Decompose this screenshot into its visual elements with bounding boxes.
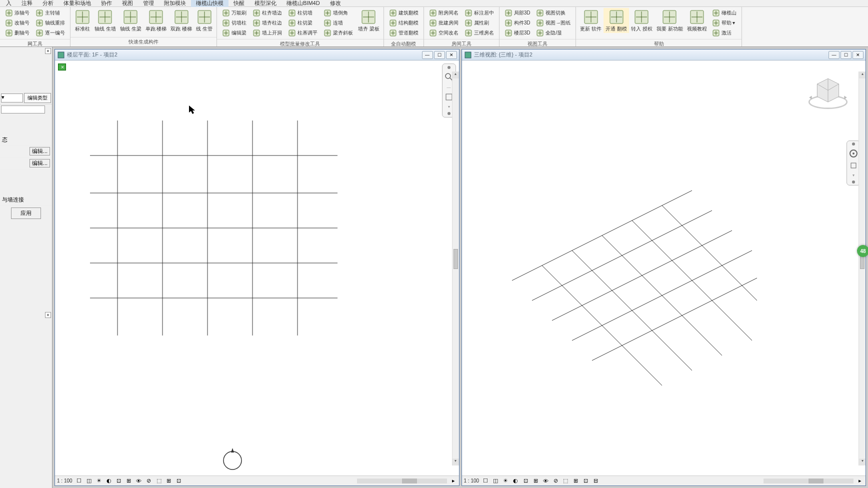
update-button[interactable]: 更新 软件 [578,8,604,33]
mod-axis-button[interactable]: 改轴号 [4,18,31,28]
col-align-button[interactable]: 柱齐墙边 [251,8,284,18]
unhide-icon[interactable]: 👁 [542,478,549,484]
3d-room-button[interactable]: 三维房名 [463,28,496,38]
apply-button[interactable]: 应用 [11,208,41,219]
wall-open-button[interactable]: 墙上开洞 [251,28,284,38]
nav-expand-icon[interactable]: ▾ [448,104,450,109]
pan-icon[interactable] [850,162,858,170]
view-cube[interactable] [806,70,850,116]
edit-button-1[interactable]: 编辑... [30,147,50,156]
scale-label[interactable]: 1 : 100 [464,478,480,484]
render-icon[interactable]: ⊡ [522,478,529,484]
pipe-model-button[interactable]: 管道翻模 [388,28,420,38]
std-column-button[interactable]: 标准柱 [72,8,92,33]
axis-wall-button[interactable]: 轴线 生墙 [92,8,118,33]
edit-type-button[interactable]: 编辑类型 [24,93,51,103]
minimize-button[interactable]: — [422,51,433,59]
main-aux-button[interactable]: 主转辅 [34,8,62,18]
scroll-right-icon[interactable]: ▸ [856,478,864,484]
worksharing-icon[interactable]: ⊞ [166,478,172,484]
shadows-icon[interactable]: ◐ [512,478,519,484]
beam-slope-button[interactable]: 梁齐斜板 [322,28,354,38]
menu-item-active[interactable]: 橄榄山快模 [191,0,228,7]
del-axis-button[interactable]: 删轴号 [4,28,31,38]
arch-model-button[interactable]: 建筑翻模 [388,8,420,18]
crop-show-icon[interactable]: ⊞ [126,478,132,484]
plan-view-titlebar[interactable]: 楼层平面: 1F - 项目2 — ☐ ✕ [55,50,459,60]
shadows-icon[interactable]: ◐ [106,478,112,484]
single-stair-button[interactable]: 单跑 楼梯 [144,8,169,33]
unhide-icon[interactable]: 👁 [136,478,142,484]
sun-path-icon[interactable]: ☀ [96,478,102,484]
att-room-button[interactable]: 附房间名 [428,8,460,18]
menu-item[interactable]: 橄榄山BIM4D [282,0,325,7]
open-button[interactable]: 开通 翻模 [604,8,629,33]
wall-corner-button[interactable]: 墙倒角 [322,8,350,18]
constraints-icon[interactable]: ⊡ [176,478,182,484]
edit-beam-button[interactable]: 编辑梁 [220,28,248,38]
menu-item[interactable]: 快醒 [228,0,250,7]
want-button[interactable]: 我要 新功能 [654,8,685,33]
line-pipe-button[interactable]: 线 生管 [194,8,214,33]
step-num-button[interactable]: 逐一编号 [34,28,66,38]
3d-view-canvas[interactable]: ▾ ▴▾ [462,60,866,476]
crop-icon[interactable]: ⊞ [532,478,539,484]
menu-item[interactable]: 视图 [117,0,138,7]
cut-wall-col-button[interactable]: 切墙柱 [220,18,248,28]
create-room-button[interactable]: 批建房间 [428,18,460,28]
menu-item[interactable]: 体量和场地 [58,0,96,7]
visual-style-icon[interactable]: ◫ [86,478,92,484]
crop-icon[interactable]: ⊡ [116,478,122,484]
maximize-button[interactable]: ☐ [434,51,445,59]
vertical-scrollbar[interactable]: ▴▾ [452,72,459,466]
menu-item[interactable]: 协作 [96,0,117,7]
menu-item[interactable]: 入 [1,0,16,7]
col-cut-wall-button[interactable]: 柱切墙 [286,8,314,18]
view-to-dwg-button[interactable]: 视图→图纸 [534,18,572,28]
activate-button[interactable]: 激活 [710,28,733,38]
menu-item[interactable]: 注释 [16,0,38,7]
view-switch-button[interactable]: 视图切换 [534,8,567,18]
edit-button-2[interactable]: 编辑... [30,159,50,168]
axis-renum-button[interactable]: 轴线重排 [34,18,66,28]
menu-item[interactable]: 分析 [38,0,58,7]
3d-view-titlebar[interactable]: 三维视图: {三维} - 项目2 — ☐ ✕ [462,50,866,60]
panel-textbox[interactable] [1,106,45,114]
close-button[interactable]: ✕ [446,51,457,59]
transfer-button[interactable]: 转入 授权 [629,8,654,33]
wall-align-button[interactable]: 墙齐柱边 [251,18,284,28]
detail-level-icon[interactable]: ☐ [482,478,489,484]
scroll-right-icon[interactable]: ▸ [450,478,457,484]
local3d-button[interactable]: 局部3D [503,8,532,18]
sun-path-icon[interactable]: ☀ [502,478,509,484]
hide-show-button[interactable]: 全隐/显 [534,28,564,38]
expand-icon[interactable]: ▾ [852,173,854,178]
floor3d-button[interactable]: 楼层3D [503,28,532,38]
plan-view-canvas[interactable]: × 2D — ▾ [55,60,459,476]
join-wall-button[interactable]: 连墙 [322,18,344,28]
close-button[interactable]: ✕ [852,51,864,59]
visual-style-icon[interactable]: ◫ [492,478,499,484]
help-button[interactable]: 帮助 ▾ [710,18,737,28]
menu-item[interactable]: 附加模块 [159,0,191,7]
vertical-scrollbar[interactable]: ▴▾ [858,72,866,466]
multi-cut-button[interactable]: 万能刷 [220,8,248,18]
comp3d-button[interactable]: 构件3D [503,18,532,28]
detail-level-icon[interactable]: ☐ [76,478,82,484]
reveal-icon[interactable]: ⬚ [562,478,569,484]
panel-close-button[interactable]: × [45,48,51,54]
menu-item[interactable]: 管理 [138,0,159,7]
panel-close-button-2[interactable]: × [45,312,51,318]
wall-align-floor-button[interactable]: 墙齐 梁板 [356,8,382,33]
temp-hide-icon[interactable]: ⊘ [146,478,152,484]
olive-button[interactable]: 橄榄山 [710,8,738,18]
worksharing-icon[interactable]: ⊞ [572,478,579,484]
constraints-icon[interactable]: ⊡ [582,478,589,484]
prop-mark-button[interactable]: 属性刷 [463,18,490,28]
minimize-button[interactable]: — [828,51,840,59]
reveal-icon[interactable]: ⬚ [156,478,162,484]
video-button[interactable]: 视频教程 [685,8,709,33]
mark-center-button[interactable]: 标注居中 [463,8,496,18]
space-name-button[interactable]: 空间改名 [428,28,460,38]
col-cut-beam-button[interactable]: 柱切梁 [286,18,314,28]
